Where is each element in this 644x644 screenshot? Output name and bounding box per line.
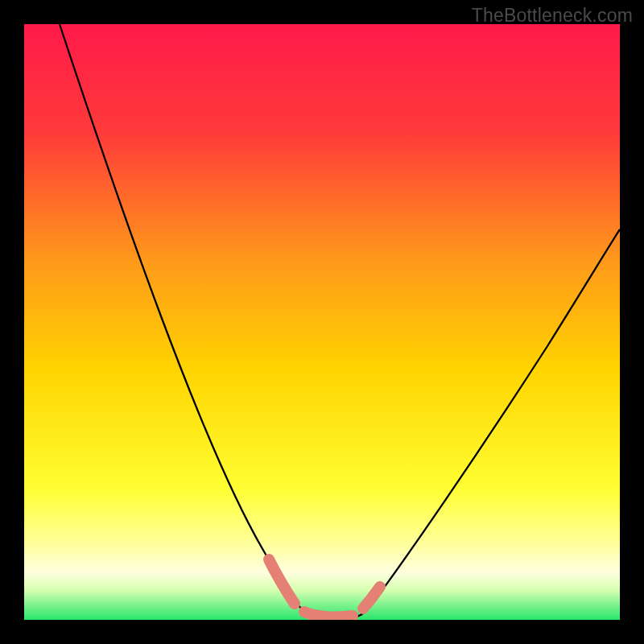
chart-frame: TheBottleneck.com (0, 0, 644, 644)
plot-area (24, 24, 620, 620)
marker-bottom (304, 612, 353, 617)
chart-svg (24, 24, 620, 620)
watermark-text: TheBottleneck.com (472, 5, 633, 27)
gradient-background (24, 24, 620, 620)
